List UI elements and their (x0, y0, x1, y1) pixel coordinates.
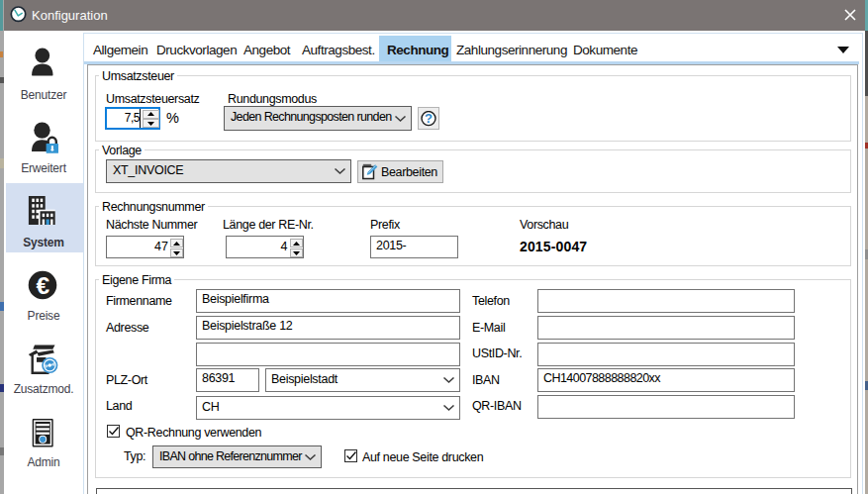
svg-text:?: ? (425, 111, 433, 126)
svg-text:€: € (36, 272, 49, 299)
